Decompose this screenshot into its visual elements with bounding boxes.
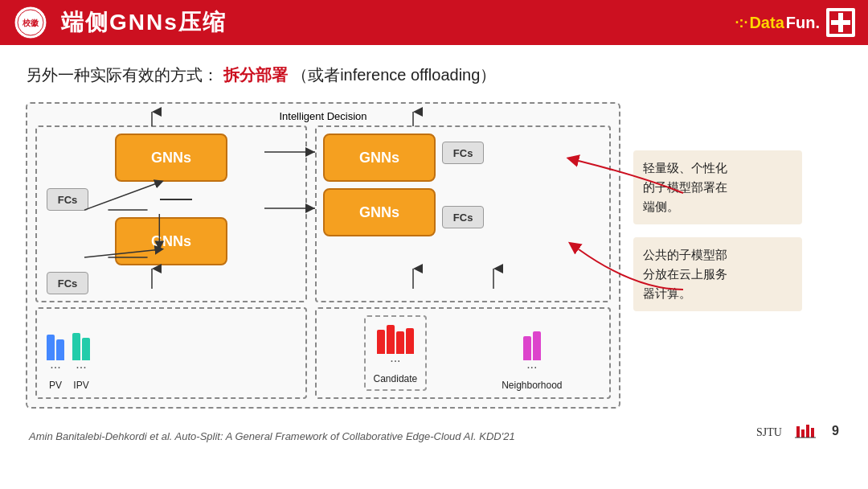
ipv-dots: ··· <box>76 360 86 375</box>
pv-label: PV <box>49 380 62 391</box>
main-content: 另外一种实际有效的方式： 拆分部署 （或者inference offloadin… <box>0 45 868 455</box>
subtitle-highlight: 拆分部署 <box>223 66 288 84</box>
outer-dashed-box: Intelligent Decision GNNs FCs <box>26 102 620 409</box>
left-section-box: GNNs FCs GNNs FCs <box>35 125 307 302</box>
ipv-label: IPV <box>73 380 88 391</box>
svg-rect-19 <box>796 426 800 438</box>
candidate-dots: ··· <box>390 354 400 368</box>
bar-pink-1 <box>523 336 531 360</box>
page-title: 端侧GNNs压缩 <box>61 7 227 38</box>
fcs-box-left-2: FCs <box>47 272 88 294</box>
candidate-label: Candidate <box>374 373 418 384</box>
gnns-box-bottom-left: GNNs <box>115 217 227 265</box>
annotation-bottom: 公共的子模型部分放在云上服务器计算。 <box>633 237 802 311</box>
fcs-box-left-1: FCs <box>47 188 88 211</box>
bar-cyan-2 <box>82 338 90 360</box>
header-right: ·:· DataFun. <box>735 8 855 37</box>
fcs-row-left: FCs <box>43 188 299 211</box>
svg-rect-5 <box>831 20 850 25</box>
gnns-box-bottom-right: GNNs <box>323 188 436 236</box>
gnns-col-right: GNNs GNNs <box>323 134 436 236</box>
right-gnns-fcs: GNNs GNNs FCs FCs <box>323 134 603 236</box>
datafun-logo: ·:· DataFun. <box>735 14 820 32</box>
fcs-box-right-1: FCs <box>442 142 484 164</box>
annotation-bottom-text: 公共的子模型部分放在云上服务器计算。 <box>643 248 727 300</box>
page-number: 9 <box>832 424 839 438</box>
sjtu-logo-icon: SJTU <box>755 420 819 442</box>
bottom-left-data-box: ··· PV ··· IPV <box>35 307 307 399</box>
fcs-box-right-2: FCs <box>442 206 484 228</box>
subtitle: 另外一种实际有效的方式： 拆分部署 （或者inference offloadin… <box>26 64 842 86</box>
fcs-col-right: FCs FCs <box>442 142 484 228</box>
candidate-bars <box>377 322 414 354</box>
bar-blue-2 <box>56 339 64 360</box>
annotation-top: 轻量级、个性化的子模型部署在端侧。 <box>633 150 802 224</box>
bar-cyan-1 <box>72 333 80 360</box>
neighborhood-group: ··· Neighborhood <box>502 328 562 391</box>
gnns-box-top-left: GNNs <box>115 134 227 182</box>
university-logo-icon: 校徽 <box>13 5 48 40</box>
svg-text:校徽: 校徽 <box>22 18 39 27</box>
ipv-group: ··· IPV <box>72 328 90 391</box>
header: 校徽 端侧GNNs压缩 ·:· DataFun. <box>0 0 868 45</box>
bar-red-4 <box>406 328 414 354</box>
fcs-row-left-bottom: FCs <box>43 272 299 294</box>
annotation-top-text: 轻量级、个性化的子模型部署在端侧。 <box>643 161 727 213</box>
pv-group: ··· PV <box>47 328 64 391</box>
candidate-box: ··· Candidate <box>364 315 428 391</box>
svg-rect-20 <box>801 429 805 438</box>
bottom-row: ··· PV ··· IPV <box>35 307 611 399</box>
right-section-box: GNNs GNNs FCs FCs <box>315 125 611 302</box>
bottom-right-data-box: ··· Candidate ··· Neighborhood <box>315 307 611 399</box>
bar-blue-1 <box>47 335 55 360</box>
citation-text: Amin Banitalebi-Dehkordi et al. Auto-Spl… <box>29 430 515 442</box>
subtitle-prefix: 另外一种实际有效的方式： <box>26 66 219 84</box>
bottom-section: Amin Banitalebi-Dehkordi et al. Auto-Spl… <box>26 420 842 442</box>
diagram-wrapper: Intelligent Decision GNNs FCs <box>26 102 842 409</box>
svg-rect-22 <box>811 428 814 438</box>
bottom-right: SJTU 9 <box>755 420 839 442</box>
intelligent-decision-label: Intelligent Decision <box>35 110 611 122</box>
bar-red-1 <box>377 330 385 354</box>
top-row: GNNs FCs GNNs FCs <box>35 125 611 302</box>
pv-dots: ··· <box>50 360 60 375</box>
neighborhood-dots: ··· <box>526 360 537 375</box>
bar-red-2 <box>387 325 395 354</box>
bar-pink-2 <box>533 331 541 360</box>
subtitle-suffix: （或者inference offloading） <box>292 66 496 84</box>
pv-bars <box>47 328 64 360</box>
svg-rect-21 <box>806 425 809 438</box>
neighborhood-label: Neighborhood <box>502 380 562 391</box>
full-diagram: Intelligent Decision GNNs FCs <box>26 102 620 409</box>
neighborhood-bars <box>523 328 541 360</box>
ipv-bars <box>72 328 90 360</box>
annotations-panel: 轻量级、个性化的子模型部署在端侧。 公共的子模型部分放在云上服务器计算。 <box>633 102 802 311</box>
svg-text:SJTU: SJTU <box>756 426 782 438</box>
gnns-box-top-right: GNNs <box>323 134 436 182</box>
flag-icon <box>826 8 855 37</box>
bar-red-3 <box>396 331 404 354</box>
